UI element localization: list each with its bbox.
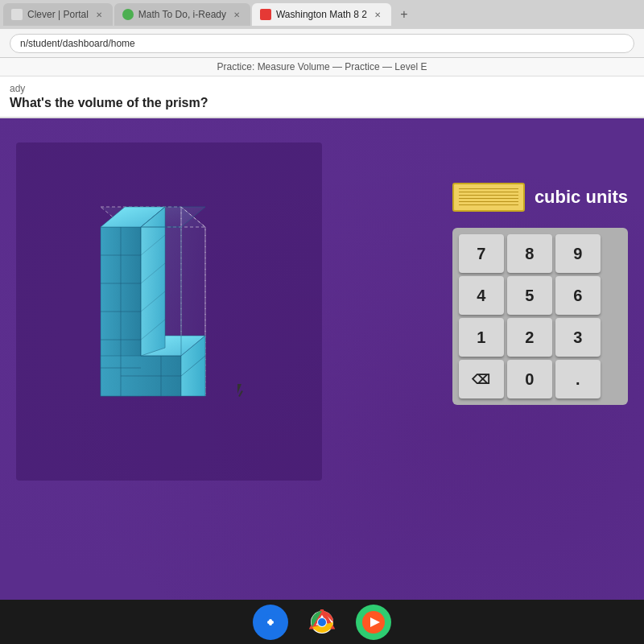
zoom-icon[interactable] [253,605,288,640]
numpad-6[interactable]: 6 [555,276,601,315]
tab-washington[interactable]: Washington Math 8 2 ✕ [252,3,391,26]
address-input[interactable] [10,34,634,53]
answer-box-row: cubic units [452,183,628,212]
tab-math-todo[interactable]: Math To Do, i-Ready ✕ [114,3,250,26]
play-icon[interactable] [356,605,391,640]
answer-input-lines [459,188,518,206]
numpad-7[interactable]: 7 [459,234,504,273]
answer-input-box[interactable] [452,183,525,212]
cubic-units-label: cubic units [535,187,628,208]
taskbar [0,600,644,644]
svg-point-32 [318,618,326,626]
numpad-decimal[interactable]: . [555,360,601,398]
question-text: What's the volume of the prism? [10,96,208,109]
tab-favicon-math [122,9,134,20]
breadcrumb: ady [10,83,634,94]
numpad-2[interactable]: 2 [507,318,552,357]
tab-label-washington: Washington Math 8 2 [276,9,367,20]
new-tab-button[interactable]: + [393,3,415,26]
tab-label-math: Math To Do, i-Ready [138,9,226,20]
numpad-3[interactable]: 3 [555,318,601,357]
content-area: cubic units 7 8 9 4 5 6 1 2 3 ⌫ 0 . [0,118,644,638]
numpad-backspace[interactable]: ⌫ [459,360,504,398]
tab-clever[interactable]: Clever | Portal ✕ [3,3,113,26]
tab-close-washington[interactable]: ✕ [372,9,383,20]
browser-chrome: Clever | Portal ✕ Math To Do, i-Ready ✕ … [0,0,644,58]
svg-rect-24 [141,227,181,356]
address-bar [0,29,644,58]
tab-favicon-washington [260,9,271,20]
chrome-icon[interactable] [304,605,340,640]
question-header: ady What's the volume of the prism? [0,76,644,118]
numpad-5[interactable]: 5 [507,276,552,315]
numpad-9[interactable]: 9 [555,234,601,273]
prism-svg [56,183,217,440]
numpad-4[interactable]: 4 [459,276,504,315]
tab-bar: Clever | Portal ✕ Math To Do, i-Ready ✕ … [0,0,644,29]
numpad-1[interactable]: 1 [459,318,504,357]
subtitle-bar: Practice: Measure Volume — Practice — Le… [0,58,644,76]
tab-label-clever: Clever | Portal [27,9,89,20]
tab-close-clever[interactable]: ✕ [93,9,105,20]
numpad: 7 8 9 4 5 6 1 2 3 ⌫ 0 . [452,228,628,405]
numpad-0[interactable]: 0 [507,360,552,398]
numpad-8[interactable]: 8 [507,234,552,273]
subtitle-text: Practice: Measure Volume — Practice — Le… [217,61,427,72]
prism-container [16,142,322,481]
answer-section: cubic units 7 8 9 4 5 6 1 2 3 ⌫ 0 . [452,183,628,405]
tab-favicon-clever [11,9,23,20]
tab-close-math[interactable]: ✕ [231,9,242,20]
svg-rect-28 [269,619,272,625]
